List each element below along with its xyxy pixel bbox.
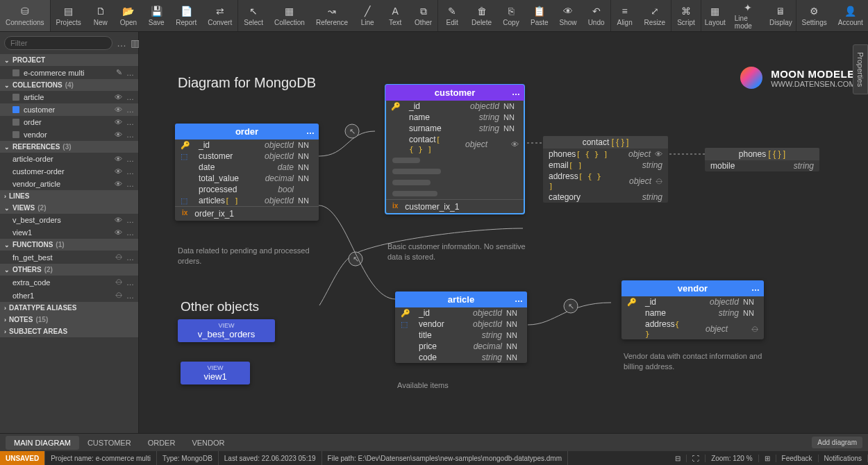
item-more-icon[interactable]: … [126, 155, 134, 163]
report-button[interactable]: 📄Report [170, 0, 202, 31]
show-button[interactable]: 👁Show [554, 0, 583, 31]
status-zoom-fit[interactable]: ⛶ [687, 455, 706, 462]
field-_id[interactable]: 🔑_idobjectIdNN [621, 296, 764, 307]
item-more-icon[interactable]: … [126, 118, 134, 126]
paste-button[interactable]: 📋Paste [525, 0, 554, 31]
reference-button[interactable]: ↝Reference [310, 0, 353, 31]
tree-section-references[interactable]: ⌄REFERENCES (3) [0, 141, 138, 153]
visibility-icon[interactable]: 👁 [115, 228, 122, 237]
tree-section-functions[interactable]: ⌄FUNCTIONS (1) [0, 239, 138, 251]
status-zoom-in[interactable]: ⊞ [759, 455, 776, 462]
tree-item-order[interactable]: order👁… [0, 116, 138, 128]
tree-item-customer[interactable]: customer👁… [0, 103, 138, 116]
undo-button[interactable]: ↶Undo [583, 0, 610, 31]
item-more-icon[interactable]: … [126, 278, 134, 287]
tab-vendor[interactable]: VENDOR [183, 436, 233, 450]
field-processed[interactable]: processedbool [175, 184, 319, 195]
status-zoom-out[interactable]: ⊟ [669, 455, 687, 462]
tree-item-vendor[interactable]: vendor👁… [0, 128, 138, 141]
field-articles[interactable]: ⬚articles[ ]objectIdNN [175, 195, 319, 206]
hidden-icon[interactable]: ⦵ [115, 278, 122, 287]
hidden-icon[interactable]: ⦵ [115, 291, 122, 300]
save-button[interactable]: 💾Save [142, 0, 170, 31]
other-button[interactable]: ⧉Other [409, 0, 437, 31]
select-button[interactable]: ↖Select [238, 0, 269, 31]
field-mobile[interactable]: mobilestring [705, 160, 819, 171]
properties-tab[interactable]: Properties [853, 44, 868, 94]
align-button[interactable]: ≡Align [611, 0, 639, 31]
item-more-icon[interactable]: … [126, 167, 134, 176]
tree-item-view1[interactable]: view1👁… [0, 226, 138, 239]
item-more-icon[interactable]: … [126, 253, 134, 262]
status-notifications[interactable]: Notifications [819, 455, 868, 462]
item-more-icon[interactable]: … [126, 228, 134, 237]
projects-button[interactable]: ▤Projects [51, 0, 87, 31]
tree-item-extra-code[interactable]: extra_code⦵… [0, 276, 138, 289]
tab-order[interactable]: ORDER [140, 436, 184, 450]
collection-button[interactable]: ▦Collection [269, 0, 310, 31]
settings-button[interactable]: ⚙Settings [796, 0, 833, 31]
field-email[interactable]: email[ ]string [543, 160, 668, 171]
field-surname[interactable]: surnamestringNN [385, 123, 524, 134]
field-address[interactable]: address{ }object⦵ [621, 319, 764, 339]
field-category[interactable]: categorystring [543, 192, 668, 203]
tree-section-datatype-aliases[interactable]: ›DATATYPE ALIASES [0, 302, 138, 314]
edit-button[interactable]: ✎Edit [438, 0, 466, 31]
visibility-icon[interactable]: 👁 [115, 216, 122, 224]
field-_id[interactable]: 🔑_idobjectIdNN [175, 140, 319, 151]
tree-item-fn-get-best[interactable]: fn_get_best⦵… [0, 251, 138, 264]
field-code[interactable]: codestringNN [395, 352, 527, 363]
view-card-v-best-orders[interactable]: VIEW v_best_orders [178, 319, 275, 342]
visibility-icon[interactable]: 👁 [115, 180, 122, 188]
tree-section-others[interactable]: ⌄OTHERS (2) [0, 264, 138, 276]
filter-input[interactable] [4, 36, 112, 50]
tree-section-notes[interactable]: ›NOTES (15) [0, 314, 138, 326]
script-button[interactable]: ⌘Script [671, 0, 701, 31]
visibility-icon[interactable]: 👁 [115, 130, 122, 139]
sub-entity-phones[interactable]: phones [ { } ] mobilestring [705, 148, 819, 171]
item-more-icon[interactable]: … [126, 216, 134, 224]
field-title[interactable]: titlestringNN [395, 330, 527, 341]
hidden-icon[interactable]: ⦵ [656, 177, 662, 186]
diagram-canvas[interactable]: ↖ ↖ ↖ Diagram for MongoDB Other objects … [139, 32, 868, 433]
entity-menu-icon[interactable]: … [512, 87, 520, 97]
visibility-icon[interactable]: 👁 [115, 167, 122, 176]
entity-menu-icon[interactable]: … [515, 294, 523, 304]
line-button[interactable]: ╱Line [353, 0, 381, 31]
tab-customer[interactable]: CUSTOMER [79, 436, 140, 450]
field-total_value[interactable]: total_valuedecimalNN [175, 173, 319, 184]
new-button[interactable]: 🗋New [87, 0, 115, 31]
entity-menu-icon[interactable]: … [306, 126, 315, 136]
tree-section-lines[interactable]: ›LINES [0, 190, 138, 202]
visibility-icon[interactable]: 👁 [115, 93, 122, 101]
filter-more-icon[interactable]: … [117, 37, 126, 49]
tree-item-e-commerce-multi[interactable]: e-commerce multi✎… [0, 66, 138, 79]
tree-item-article-order[interactable]: article-order👁… [0, 153, 138, 165]
item-more-icon[interactable]: … [126, 93, 134, 101]
delete-button[interactable]: 🗑Delete [466, 0, 497, 31]
tree-section-views[interactable]: ⌄VIEWS (2) [0, 202, 138, 214]
expand-icon[interactable]: 👁 [655, 150, 662, 158]
view-card-view1[interactable]: VIEW view1 [181, 362, 250, 384]
tree-section-subject-areas[interactable]: ›SUBJECT AREAS [0, 326, 138, 337]
field-_id[interactable]: 🔑_idobjectIdNN [385, 101, 524, 112]
entity-order[interactable]: order … 🔑_idobjectIdNN⬚customerobjectIdN… [175, 124, 319, 221]
item-more-icon[interactable]: … [126, 130, 134, 139]
edit-icon[interactable]: ✎ [116, 68, 122, 77]
field-phones[interactable]: phones[ { } ]object👁 [543, 149, 668, 160]
field-customer[interactable]: ⬚customerobjectIdNN [175, 151, 319, 162]
account-button[interactable]: 👤Account [833, 0, 868, 31]
line mode-button[interactable]: ✦Line mode [729, 0, 766, 31]
tree-item-v-best-orders[interactable]: v_best_orders👁… [0, 214, 138, 226]
visibility-icon[interactable]: 👁 [115, 118, 122, 126]
display-button[interactable]: 🖥Display [766, 0, 795, 31]
status-feedback[interactable]: Feedback [776, 455, 819, 462]
resize-button[interactable]: ⤢Resize [639, 0, 671, 31]
tree-item-other1[interactable]: other1⦵… [0, 289, 138, 302]
field-vendor[interactable]: ⬚vendorobjectIdNN [395, 319, 527, 330]
item-more-icon[interactable]: … [126, 180, 134, 188]
entity-article[interactable]: article … 🔑_idobjectIdNN⬚vendorobjectIdN… [395, 291, 527, 363]
convert-button[interactable]: ⇄Convert [202, 0, 237, 31]
visibility-icon[interactable]: 👁 [115, 155, 122, 163]
hidden-icon[interactable]: ⦵ [751, 325, 758, 334]
